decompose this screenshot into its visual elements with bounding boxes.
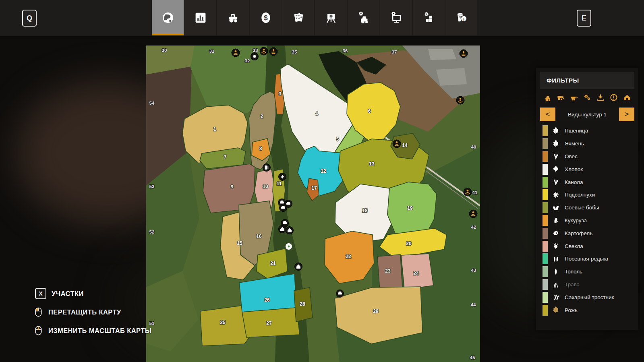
- map-view[interactable]: 1234567891011121314151617181920212223242…: [146, 46, 480, 362]
- legend-item-2: Овес: [536, 150, 638, 163]
- control-hint-0: XУЧАСТКИ: [34, 287, 151, 300]
- crop-color-swatch: [543, 241, 548, 252]
- house-filter-icon[interactable]: [622, 93, 632, 102]
- corn-icon: [551, 216, 560, 224]
- legend-item-3: Хлопок: [536, 163, 638, 176]
- mouse-left-icon: [34, 305, 44, 319]
- crop-label: Тополь: [565, 269, 582, 275]
- grid-field-number-35: 35: [292, 50, 297, 54]
- monitor-gear-icon: [389, 10, 404, 25]
- map-pin-icon[interactable]: [232, 49, 240, 57]
- control-hint-2: ИЗМЕНИТЬ МАСШТАБ КАРТЫ: [34, 324, 151, 337]
- map-poi-icon[interactable]: [251, 53, 259, 60]
- control-hint-1: ПЕРЕТАЩИТЬ КАРТУ: [34, 305, 151, 319]
- warning-filter-icon[interactable]: [609, 93, 619, 102]
- easel-icon: [324, 10, 338, 25]
- grid-field-number-30: 30: [162, 48, 167, 53]
- grid-field-number-54: 54: [149, 101, 155, 105]
- map-poi-icon[interactable]: [279, 173, 286, 181]
- field-number-29: 29: [373, 308, 379, 314]
- tab-statistics[interactable]: [184, 0, 216, 35]
- tab-storage[interactable]: [413, 0, 445, 35]
- grid-field-number-53: 53: [149, 184, 155, 189]
- field-number-26: 26: [264, 297, 270, 303]
- tractor-filter-icon[interactable]: [543, 93, 552, 102]
- tab-vehicles[interactable]: [217, 0, 249, 35]
- map-poi-icon[interactable]: [286, 227, 294, 234]
- crop-color-swatch: [543, 164, 548, 175]
- control-hints: XУЧАСТКИПЕРЕТАЩИТЬ КАРТУИЗМЕНИТЬ МАСШТАБ…: [34, 287, 151, 342]
- selector-next-button[interactable]: >: [619, 108, 634, 121]
- map-poi-icon[interactable]: [336, 290, 344, 298]
- terrain-patch: [436, 68, 467, 86]
- soybean-icon: [551, 204, 560, 212]
- map-poi-icon[interactable]: [295, 263, 302, 271]
- crop-label: Канола: [565, 179, 583, 185]
- field-number-15: 15: [237, 240, 242, 246]
- tab-help[interactable]: i: [445, 0, 477, 35]
- crop-label: Кукуруза: [565, 217, 587, 223]
- grid-field-number-45: 45: [470, 355, 475, 360]
- crop-label: Ячмень: [565, 141, 584, 147]
- harvester-filter-icon[interactable]: [556, 93, 565, 102]
- field-number-27: 27: [266, 321, 272, 326]
- legend-item-9: Свекла: [536, 240, 638, 252]
- field-number-16: 16: [256, 234, 262, 239]
- field-number-14: 14: [402, 143, 408, 148]
- crop-label: Посевная редька: [565, 256, 608, 262]
- map-poi-icon[interactable]: [280, 204, 287, 212]
- gears-filter-icon[interactable]: [582, 93, 592, 102]
- map-pin-icon[interactable]: [393, 140, 401, 148]
- crop-view-selector: < Виды культур 1 >: [540, 108, 634, 121]
- wheat-icon: [551, 306, 560, 314]
- tab-map[interactable]: [152, 0, 184, 35]
- map-poi-icon[interactable]: [263, 164, 271, 172]
- crop-color-swatch: [543, 151, 548, 162]
- canola-icon: [551, 178, 560, 186]
- map-poi-icon[interactable]: [279, 225, 286, 233]
- legend-item-8: Картофель: [536, 227, 638, 240]
- svg-text:$: $: [264, 14, 268, 22]
- crop-color-swatch: [543, 279, 548, 290]
- map-pin-icon[interactable]: [464, 188, 472, 196]
- legend-item-1: Ячмень: [536, 137, 638, 150]
- field-number-1: 1: [213, 126, 216, 132]
- field-number-4: 4: [315, 111, 318, 117]
- crop-label: Картофель: [565, 230, 592, 236]
- tab-finances[interactable]: $: [250, 0, 282, 35]
- selector-prev-button[interactable]: <: [540, 108, 555, 121]
- map-canvas[interactable]: 1234567891011121314151617181920212223242…: [146, 46, 480, 362]
- field-number-13: 13: [369, 161, 375, 167]
- map-pin-icon[interactable]: [260, 47, 268, 55]
- tab-production[interactable]: [348, 0, 379, 35]
- field-number-22: 22: [346, 254, 351, 259]
- filter-icon-row: [536, 89, 638, 104]
- field-number-19: 19: [407, 205, 413, 211]
- terrain-patch: [428, 49, 456, 60]
- grid-field-number-41: 41: [472, 190, 478, 195]
- field-number-17: 17: [311, 185, 317, 191]
- crop-label: Овес: [565, 153, 578, 159]
- hotkey-e-hint: E: [577, 10, 591, 27]
- cotton-icon: [551, 165, 560, 173]
- map-pin-icon[interactable]: [269, 48, 277, 56]
- map-pin-icon[interactable]: [460, 50, 468, 58]
- trailer-filter-icon[interactable]: [569, 93, 579, 102]
- globe-icon: [161, 10, 175, 25]
- field-number-8: 8: [259, 146, 262, 151]
- tab-contracts[interactable]: [282, 0, 314, 35]
- map-poi-icon[interactable]: [286, 243, 292, 250]
- crop-color-swatch: [543, 228, 548, 239]
- download-filter-icon[interactable]: [596, 93, 605, 102]
- tab-garage[interactable]: [380, 0, 412, 35]
- tab-animals[interactable]: [315, 0, 347, 35]
- map-pin-icon[interactable]: [469, 210, 477, 218]
- filters-panel: ФИЛЬТРЫ < Виды культур 1 > ПшеницаЯчмень…: [536, 68, 638, 330]
- grid-field-number-44: 44: [471, 302, 476, 307]
- field-number-7: 7: [224, 154, 227, 160]
- crop-label: Пшеница: [565, 128, 588, 134]
- svg-text:i: i: [463, 17, 464, 21]
- map-pin-icon[interactable]: [456, 96, 464, 104]
- field-number-18: 18: [362, 208, 368, 213]
- crop-label: Сахарный тростник: [565, 294, 614, 300]
